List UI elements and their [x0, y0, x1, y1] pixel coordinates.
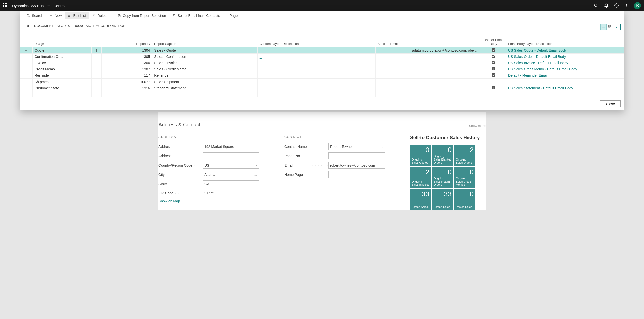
col-report-caption[interactable]: Report Caption	[152, 32, 258, 47]
bell-icon[interactable]	[604, 3, 609, 8]
address2-input[interactable]	[203, 152, 259, 159]
delete-button[interactable]: Delete	[89, 12, 110, 19]
cell-body-desc[interactable]: Default - Reminder Email	[506, 72, 624, 79]
cell-usage[interactable]: Customer State…	[32, 85, 91, 91]
page-menu-button[interactable]: Page	[226, 12, 241, 19]
use-for-body-checkbox[interactable]	[492, 80, 495, 83]
use-for-body-checkbox[interactable]	[492, 86, 495, 89]
search-button[interactable]: Search	[23, 12, 46, 19]
use-for-body-checkbox[interactable]	[492, 67, 495, 70]
cell-usage[interactable]: Quote	[32, 47, 91, 54]
table-row[interactable]: Invoice1306Sales - Invoice_US Sales Invo…	[20, 60, 624, 66]
show-on-map-link[interactable]: Show on Map	[158, 199, 269, 203]
cell-custom-layout[interactable]: _	[257, 47, 375, 54]
col-custom-layout[interactable]: Custom Layout Description	[257, 32, 375, 47]
use-for-body-checkbox[interactable]	[492, 61, 495, 64]
sales-tile[interactable]: 2Ongoing Sales Invoices	[410, 167, 431, 188]
cell-usage[interactable]: Credit Memo	[32, 66, 91, 72]
cell-usage[interactable]: Invoice	[32, 60, 91, 66]
sales-tile[interactable]: 33Posted Sales	[410, 189, 431, 210]
cell-body-desc[interactable]: US Sales Statement - Default Email Body	[506, 85, 624, 91]
cell-report-caption[interactable]: Sales - Invoice	[152, 60, 258, 66]
row-menu-button[interactable]	[92, 66, 102, 72]
cell-body-desc[interactable]: US Sales Order - Default Email Body	[506, 54, 624, 60]
search-icon[interactable]	[594, 3, 599, 8]
chevron-down-icon[interactable]: ▾	[256, 164, 257, 167]
sales-tile[interactable]: 2Ongoing Sales Orders	[454, 145, 475, 166]
table-row[interactable]: Confirmation Or…1305Sales - Confirmation…	[20, 54, 624, 60]
app-launcher-icon[interactable]	[3, 3, 8, 8]
cell-use-for-body[interactable]	[481, 72, 506, 79]
cell-send-to-email[interactable]: adatum.corporation@contoso.com;rober…	[375, 47, 481, 54]
cell-usage[interactable]: Reminder	[32, 72, 91, 79]
cell-report-id[interactable]: 1306	[102, 60, 152, 66]
cell-use-for-body[interactable]	[481, 54, 506, 60]
table-row[interactable]: Reminder117Reminder_Default - Reminder E…	[20, 72, 624, 79]
lookup-icon[interactable]: …	[379, 145, 383, 149]
table-row[interactable]: Shipment10077Sales Shipment_	[20, 79, 624, 85]
col-use-for-email-body[interactable]: Use for Email Body	[481, 32, 506, 47]
row-menu-button[interactable]	[92, 60, 102, 66]
cell-report-id[interactable]: 1305	[102, 54, 152, 60]
table-row[interactable]: Credit Memo1307Sales - Credit Memo_US Sa…	[20, 66, 624, 72]
use-for-body-checkbox[interactable]	[492, 55, 495, 58]
select-email-button[interactable]: Select Email from Contacts	[169, 12, 223, 19]
phone-input[interactable]	[328, 152, 385, 159]
cell-custom-layout[interactable]: _	[257, 66, 375, 72]
cell-send-to-email[interactable]	[375, 79, 481, 85]
contact-name-input[interactable]: Robert Townes…	[328, 143, 385, 150]
col-email-body-desc[interactable]: Email Body Layout Description	[506, 32, 624, 47]
help-icon[interactable]	[624, 3, 629, 8]
cell-body-desc[interactable]: US Sales Credit Memo - Default Email Bod…	[506, 66, 624, 72]
sales-tile[interactable]: 0Ongoing Sales Quotes	[410, 145, 431, 166]
cell-body-desc[interactable]: US Sales Invoice - Default Email Body	[506, 60, 624, 66]
row-menu-button[interactable]	[92, 79, 102, 85]
zip-input[interactable]: 31772…	[203, 190, 259, 196]
list-view-button[interactable]	[600, 24, 607, 30]
tile-view-button[interactable]	[607, 24, 613, 30]
lookup-icon[interactable]: …	[254, 173, 257, 177]
cell-report-caption[interactable]: Sales - Credit Memo	[152, 66, 258, 72]
cell-custom-layout[interactable]: _	[257, 85, 375, 91]
cell-report-id[interactable]: 1307	[102, 66, 152, 72]
cell-custom-layout[interactable]: _	[257, 60, 375, 66]
cell-usage[interactable]: Confirmation Or…	[32, 54, 91, 60]
copy-from-button[interactable]: Copy from Report Selection	[114, 12, 169, 19]
country-input[interactable]: US▾	[203, 162, 259, 169]
cell-use-for-body[interactable]	[481, 60, 506, 66]
sales-tile[interactable]: 0Ongoing Sales Return Orders	[432, 167, 453, 188]
lookup-icon[interactable]: …	[254, 191, 257, 195]
close-button[interactable]: Close	[600, 100, 621, 107]
row-menu-button[interactable]: ⋮	[92, 47, 102, 54]
cell-report-id[interactable]: 1304	[102, 47, 152, 54]
show-more-link[interactable]: Show more	[469, 124, 486, 128]
table-row[interactable]: Customer State…1316Standard Statement_US…	[20, 85, 624, 91]
row-menu-button[interactable]	[92, 85, 102, 91]
sales-tile[interactable]: 33Posted Sales	[432, 189, 453, 210]
cell-usage[interactable]: Shipment	[32, 79, 91, 85]
cell-body-desc[interactable]: US Sales Quote - Default Email Body	[506, 47, 624, 54]
cell-report-id[interactable]: 1316	[102, 85, 152, 91]
cell-use-for-body[interactable]	[481, 47, 506, 54]
cell-send-to-email[interactable]	[375, 85, 481, 91]
sales-tile[interactable]: 0Posted Sales	[454, 189, 475, 210]
col-report-id[interactable]: Report ID	[102, 32, 152, 47]
cell-report-id[interactable]: 10077	[102, 79, 152, 85]
cell-report-caption[interactable]: Sales - Confirmation	[152, 54, 258, 60]
row-menu-button[interactable]	[92, 72, 102, 79]
cell-use-for-body[interactable]	[481, 85, 506, 91]
use-for-body-checkbox[interactable]	[492, 73, 495, 77]
cell-report-caption[interactable]: Standard Statement	[152, 85, 258, 91]
cell-send-to-email[interactable]	[375, 66, 481, 72]
table-row[interactable]: →Quote⋮1304Sales - Quote_adatum.corporat…	[20, 47, 624, 54]
cell-body-desc[interactable]: _	[506, 79, 624, 85]
expand-button[interactable]	[615, 24, 621, 30]
cell-report-caption[interactable]: Sales - Quote	[152, 47, 258, 54]
cell-report-id[interactable]: 117	[102, 72, 152, 79]
address-input[interactable]: 192 Market Square	[203, 143, 259, 150]
cell-send-to-email[interactable]	[375, 54, 481, 60]
cell-send-to-email[interactable]	[375, 72, 481, 79]
row-menu-button[interactable]	[92, 54, 102, 60]
col-send-to-email[interactable]: Send To Email	[375, 32, 481, 47]
cell-use-for-body[interactable]	[481, 79, 506, 85]
